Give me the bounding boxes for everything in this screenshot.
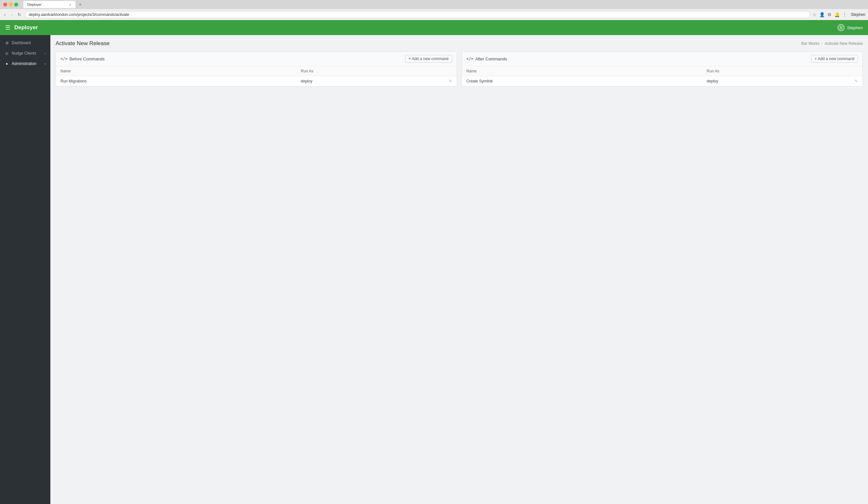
code-after-icon: </> [466,56,474,61]
panels-row: </> Before Commands + Add a new command … [55,51,863,86]
breadcrumb-separator: › [822,41,823,46]
table-row: Run Migrations deploy ✎ [56,76,457,86]
after-commands-panel: </> After Commands + Add a new command N… [462,51,863,86]
back-button[interactable]: ‹ [3,11,8,18]
maximize-dot[interactable] [14,3,18,7]
sidebar-item-nudge-clients[interactable]: ◎ Nudge Clients › [0,48,50,59]
before-row-name: Run Migrations [56,76,296,86]
minimize-dot[interactable] [9,3,13,7]
sidebar-item-administration[interactable]: ● Administration ‹ [0,59,50,69]
after-row-runas: deploy [702,76,823,86]
after-runas-header: Run As [702,66,823,76]
after-commands-header-row: Name Run As [462,66,863,76]
app-logo: Deployer [14,24,837,31]
tab-title: Deployer [27,3,42,7]
top-nav: ☰ Deployer S Stephen [0,20,868,35]
before-name-header: Name [56,66,296,76]
user-name: Stephen [847,25,863,30]
address-bar[interactable]: deploy.aardvarkIondon.com/projects/3/com… [25,11,810,18]
administration-icon: ● [4,62,9,66]
before-row-action: ✎ [416,76,456,86]
table-row: Create Symlink deploy ✎ [462,76,863,86]
code-before-icon: </> [60,56,68,61]
after-action-header [823,66,862,76]
administration-chevron: ‹ [45,62,46,66]
sidebar: ⊞ Dashboard ◎ Nudge Clients › ● Administ… [0,35,50,504]
menu-icon[interactable]: ⋮ [842,12,847,17]
page-header: Activate New Release Bar Works › Activat… [55,40,863,47]
avatar: S [837,24,845,31]
before-commands-title: </> Before Commands [60,56,105,61]
before-runas-header: Run As [296,66,416,76]
after-commands-table: Name Run As Create Symlink deploy ✎ [462,66,863,86]
before-commands-panel: </> Before Commands + Add a new command … [55,51,457,86]
before-commands-header-row: Name Run As [56,66,457,76]
user-area: S Stephen [837,24,863,31]
forward-button[interactable]: › [9,11,14,18]
sidebar-label-dashboard: Dashboard [12,41,31,45]
sidebar-label-nudge-clients: Nudge Clients [12,51,36,55]
bookmark-icon[interactable]: ☆ [813,12,817,17]
refresh-button[interactable]: ↻ [16,11,23,18]
close-dot[interactable] [3,3,7,7]
add-before-command-button[interactable]: + Add a new command [405,55,452,63]
after-name-header: Name [462,66,702,76]
settings-icon[interactable]: ⚙ [827,12,831,17]
before-commands-header: </> Before Commands + Add a new command [56,52,457,66]
before-action-header [416,66,456,76]
after-edit-button[interactable]: ✎ [855,79,858,83]
profile-icon[interactable]: 👤 [819,12,825,17]
sidebar-item-dashboard[interactable]: ⊞ Dashboard [0,38,50,48]
before-edit-button[interactable]: ✎ [449,79,452,83]
breadcrumb: Bar Works › Activate New Release [802,41,863,46]
after-row-name: Create Symlink [462,76,702,86]
after-commands-header: </> After Commands + Add a new command [462,52,863,66]
after-commands-title: </> After Commands [466,56,507,61]
before-commands-table: Name Run As Run Migrations deploy ✎ [56,66,457,86]
sidebar-label-administration: Administration [12,61,37,66]
after-row-action: ✎ [823,76,862,86]
url-text: deploy.aardvarkIondon.com/projects/3/com… [29,12,129,17]
browser-tab[interactable]: Deployer ✕ [23,1,75,8]
breadcrumb-current: Activate New Release [825,41,863,46]
main-content: Activate New Release Bar Works › Activat… [50,35,868,504]
breadcrumb-barworks: Bar Works [802,41,819,46]
bell-icon[interactable]: 🔔 [834,12,840,17]
page-title: Activate New Release [55,40,110,47]
hamburger-icon[interactable]: ☰ [5,24,10,31]
nudge-clients-chevron: › [45,52,46,55]
nudge-clients-icon: ◎ [4,51,9,55]
before-row-runas: deploy [296,76,416,86]
add-after-command-button[interactable]: + Add a new command [811,55,858,63]
new-tab-button[interactable]: + [79,2,82,8]
browser-user: Stephen [851,12,865,17]
tab-close-icon[interactable]: ✕ [69,3,71,7]
dashboard-icon: ⊞ [4,41,9,45]
